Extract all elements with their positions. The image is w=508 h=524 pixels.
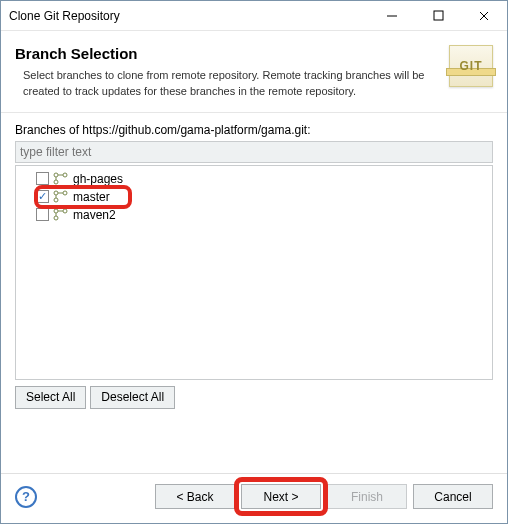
branch-item-master[interactable]: master <box>22 188 486 206</box>
cancel-button[interactable]: Cancel <box>413 484 493 509</box>
select-all-button[interactable]: Select All <box>15 386 86 409</box>
svg-point-11 <box>54 216 58 220</box>
branch-item-maven2[interactable]: maven2 <box>22 206 486 224</box>
maximize-button[interactable] <box>415 1 461 31</box>
svg-point-5 <box>54 180 58 184</box>
branch-icon <box>53 190 69 203</box>
svg-point-10 <box>54 209 58 213</box>
branch-icon <box>53 172 69 185</box>
help-icon[interactable]: ? <box>15 486 37 508</box>
next-button[interactable]: Next > <box>241 484 321 509</box>
window-title: Clone Git Repository <box>9 9 369 23</box>
svg-point-8 <box>54 198 58 202</box>
svg-rect-1 <box>434 11 443 20</box>
close-button[interactable] <box>461 1 507 31</box>
git-logo: GIT <box>449 45 493 87</box>
minimize-button[interactable] <box>369 1 415 31</box>
back-button[interactable]: < Back <box>155 484 235 509</box>
branch-name: gh-pages <box>73 172 123 186</box>
page-description: Select branches to clone from remote rep… <box>15 68 449 100</box>
checkbox-icon[interactable] <box>36 190 49 203</box>
branch-name: maven2 <box>73 208 116 222</box>
branches-label: Branches of https://github.com/gama-plat… <box>15 123 493 137</box>
checkbox-icon[interactable] <box>36 172 49 185</box>
page-title: Branch Selection <box>15 45 449 62</box>
finish-button: Finish <box>327 484 407 509</box>
wizard-header: Branch Selection Select branches to clon… <box>1 31 507 113</box>
svg-point-9 <box>63 191 67 195</box>
branch-name: master <box>73 190 110 204</box>
titlebar: Clone Git Repository <box>1 1 507 31</box>
branch-item-gh-pages[interactable]: gh-pages <box>22 170 486 188</box>
svg-point-12 <box>63 209 67 213</box>
filter-input[interactable] <box>15 141 493 163</box>
svg-point-6 <box>63 173 67 177</box>
checkbox-icon[interactable] <box>36 208 49 221</box>
branch-icon <box>53 208 69 221</box>
svg-point-4 <box>54 173 58 177</box>
branch-tree[interactable]: gh-pages master maven2 <box>15 165 493 380</box>
deselect-all-button[interactable]: Deselect All <box>90 386 175 409</box>
svg-point-7 <box>54 191 58 195</box>
